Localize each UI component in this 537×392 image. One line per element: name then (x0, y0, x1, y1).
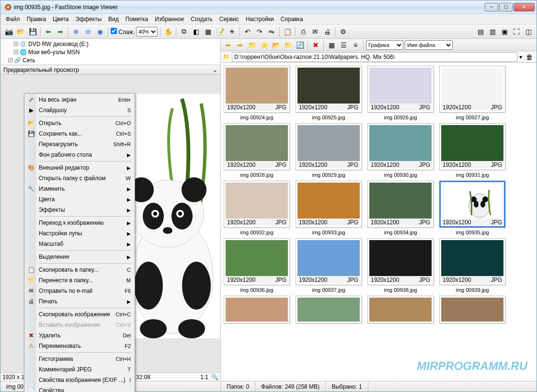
thumb-item[interactable]: 1920x1200JPGimg 00932.jpg (224, 181, 290, 235)
tree-item[interactable]: +💿DVD RW дисковод (E:) (2, 40, 218, 48)
thumb-item[interactable]: 1920x1200JPGimg 00928.jpg (224, 123, 290, 178)
context-menu-item[interactable]: 📂ОткрытьCtrl+O (25, 118, 134, 128)
thumb-item[interactable]: 1920x1200JPGimg 00935.jpg (439, 181, 505, 235)
grid-icon[interactable]: ▦ (326, 40, 337, 50)
folder2-icon[interactable]: 📁 (283, 40, 293, 50)
back-icon[interactable]: ⬅ (223, 40, 233, 50)
view1-icon[interactable]: ▤ (475, 26, 486, 37)
detail-icon[interactable]: ≡ (350, 40, 361, 50)
tree-item[interactable]: +🌐Мои веб-узлы MSN (2, 48, 218, 56)
menu-справка[interactable]: Справка (277, 15, 307, 23)
scanner-icon[interactable]: ⎙ (298, 26, 308, 37)
dropdown-icon[interactable]: ▾ (519, 54, 522, 60)
rotate-right-icon[interactable]: ↷ (254, 26, 265, 37)
menu-файл[interactable]: Файл (2, 15, 23, 23)
expand-icon[interactable]: + (14, 42, 18, 46)
smooth-checkbox[interactable]: Слаж. (111, 28, 135, 35)
folder1-icon[interactable]: 📂 (271, 40, 281, 50)
context-menu-item[interactable]: Настройки лупы▶ (25, 228, 134, 239)
thumb-item[interactable]: 1920x1200JPGimg 00926.jpg (367, 66, 434, 120)
print-icon[interactable]: 🖨 (322, 26, 332, 37)
context-menu-item[interactable]: Масштаб▶ (25, 239, 134, 249)
settings-icon[interactable]: ⚙ (338, 26, 348, 37)
context-menu-item[interactable]: 📁Перенести в папку...M (25, 275, 134, 286)
context-menu-item[interactable]: Скопировать изображениеCtrl+C (25, 309, 134, 320)
zoom-out-icon[interactable]: ⊖ (83, 26, 93, 37)
adjust-icon[interactable]: ☀ (227, 26, 237, 37)
close-button[interactable]: ✕ (514, 3, 535, 12)
forward-icon[interactable]: ➡ (235, 40, 245, 50)
thumb-item[interactable]: 1920x1200JPGimg 00924.jpg (224, 66, 290, 120)
context-menu-item[interactable]: 🔧Изменить▶ (25, 184, 134, 194)
folder-tree[interactable]: +💿DVD RW дисковод (E:)+🌐Мои веб-узлы MSN… (0, 39, 220, 65)
context-menu-item[interactable]: Комментарий JPEGT (25, 364, 134, 375)
context-menu-item[interactable]: ✉Отправить по e-mailF6 (25, 286, 134, 296)
prev-icon[interactable]: ⬅ (43, 26, 54, 37)
view2-icon[interactable]: ▥ (487, 26, 498, 37)
view3-icon[interactable]: ▣ (499, 26, 510, 37)
tree-item[interactable]: +🔗Сеть (2, 56, 218, 64)
refresh-icon[interactable]: 🔄 (295, 40, 305, 50)
thumb-item[interactable]: 1920x1200JPGimg 00939.jpg (439, 238, 505, 293)
trash-icon[interactable]: 🗑 (524, 52, 535, 62)
context-menu-item[interactable]: 📋Скопировать в папку...C (25, 265, 134, 275)
context-menu-item[interactable]: ▶СлайдшоуS (25, 105, 134, 115)
menu-вид[interactable]: Вид (105, 15, 122, 23)
thumb-item[interactable]: 1920x1200JPGimg 00933.jpg (296, 181, 362, 235)
thumb-item[interactable]: 1920x1200JPGimg 00925.jpg (296, 66, 362, 120)
text-icon[interactable]: 📝 (215, 26, 225, 37)
menu-сервис[interactable]: Сервис (216, 15, 242, 23)
context-menu-item[interactable]: ГистограммаCtrl+H (25, 354, 134, 364)
resize-icon[interactable]: ◧ (191, 26, 201, 37)
zoom-icon[interactable]: 🔍 (211, 374, 218, 380)
context-menu-item[interactable]: AПереименоватьF2 (25, 341, 134, 351)
rotate-left-icon[interactable]: ↶ (242, 26, 253, 37)
thumb-item[interactable]: 1920x1200JPGimg 00931.jpg (439, 123, 505, 178)
menu-настройки[interactable]: Настройки (242, 15, 277, 23)
context-menu-item[interactable]: Выделение▶ (25, 252, 134, 262)
thumbnail-grid[interactable]: 1920x1200JPGimg 00924.jpg1920x1200JPGimg… (221, 63, 537, 381)
context-menu-item[interactable]: ⤢На весь экранEnter (25, 94, 134, 105)
sort-select[interactable]: Имя файла (405, 40, 453, 50)
context-menu-item[interactable]: 💾Сохранить как...Ctrl+S (25, 128, 134, 139)
menu-цвета[interactable]: Цвета (49, 15, 72, 23)
zoom-in-icon[interactable]: ⊕ (71, 26, 81, 37)
context-menu-item[interactable]: Эффекты▶ (25, 205, 134, 215)
thumb-item[interactable]: 1920x1200JPGimg 00930.jpg (367, 123, 434, 178)
thumb-item[interactable] (367, 296, 434, 323)
compare-icon[interactable]: ◫ (523, 26, 534, 37)
thumb-item[interactable]: 1920x1200JPGimg 00927.jpg (439, 66, 505, 120)
context-menu-item[interactable]: Свойства изображения (EXIF ...)I (25, 375, 134, 385)
context-menu-item[interactable]: 🎨Внешний редактор▶ (25, 162, 134, 173)
minimize-button[interactable]: ─ (485, 3, 498, 12)
list-icon[interactable]: ☰ (338, 40, 349, 50)
path-input[interactable]: D:\торрент\Обои\Oboi-raznoe 21.10\Wallpa… (232, 52, 517, 62)
collapse-icon[interactable]: ⌄ (213, 67, 217, 73)
context-menu-item[interactable]: 🖨Печать▶ (25, 296, 134, 307)
context-menu-item[interactable]: Фон рабочего стола▶ (25, 150, 134, 160)
menu-создать[interactable]: Создать (187, 15, 216, 23)
context-menu-item[interactable]: Переход к изображению▶ (25, 218, 134, 228)
email-icon[interactable]: ✉ (310, 26, 320, 37)
thumb-item[interactable]: 1920x1200JPGimg 00937.jpg (296, 238, 362, 293)
clipboard-icon[interactable]: 📋 (282, 26, 293, 37)
fav-icon[interactable]: ⭐ (259, 40, 269, 50)
fullscreen-icon[interactable]: ⛶ (511, 26, 522, 37)
thumb-item[interactable]: 1920x1200JPGimg 00938.jpg (367, 238, 434, 293)
context-menu-item[interactable]: Цвета▶ (25, 194, 134, 205)
crop-icon[interactable]: ⧉ (179, 26, 189, 37)
menu-избранное[interactable]: Избранное (151, 15, 187, 23)
menu-эффекты[interactable]: Эффекты (72, 15, 105, 23)
zoom-fit-icon[interactable]: ◉ (95, 26, 105, 37)
open-icon[interactable]: 📂 (15, 26, 26, 37)
context-menu-item[interactable]: ✖УдалитьDel (25, 330, 134, 341)
up-icon[interactable]: 📁 (247, 40, 257, 50)
flip-icon[interactable]: ⇋ (266, 26, 277, 37)
context-menu-item[interactable]: Открыть папку с файломW (25, 173, 134, 184)
maximize-button[interactable]: ☐ (499, 3, 513, 12)
thumb-item[interactable]: 1920x1200JPGimg 00936.jpg (224, 238, 290, 293)
zoom-select[interactable]: 40% (136, 27, 158, 36)
menu-правка[interactable]: Правка (23, 15, 50, 23)
canvas-icon[interactable]: ▦ (203, 26, 213, 37)
capture-icon[interactable]: 📷 (3, 26, 14, 37)
